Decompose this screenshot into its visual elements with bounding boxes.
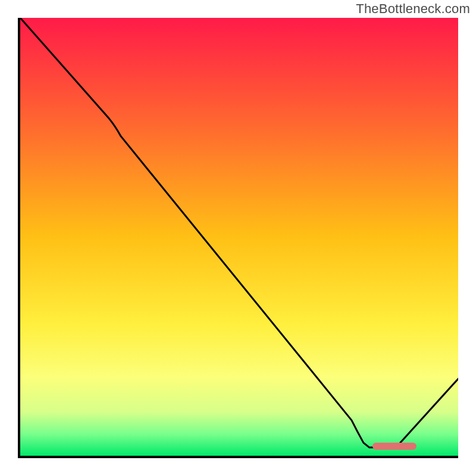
bottleneck-curve (20, 18, 458, 456)
watermark-text: TheBottleneck.com (356, 1, 470, 17)
chart-container: TheBottleneck.com (0, 0, 476, 476)
curve-path (20, 18, 458, 447)
plot-area (18, 18, 458, 458)
optimal-range-marker (372, 443, 416, 450)
